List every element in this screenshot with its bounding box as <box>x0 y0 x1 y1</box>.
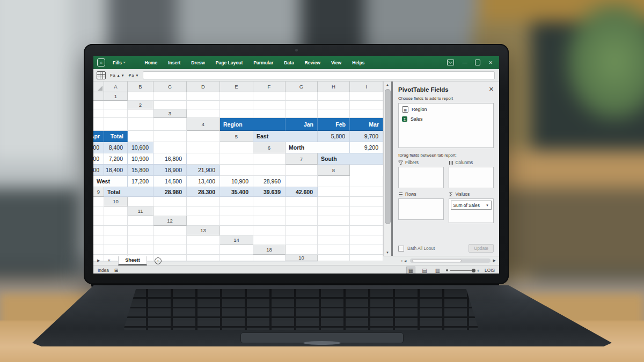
cell[interactable] <box>286 101 318 109</box>
cell[interactable] <box>187 245 220 255</box>
font-tools-icon[interactable]: Fа ▴ ▾ <box>110 73 124 78</box>
table-header-cell[interactable]: Feb <box>318 118 350 131</box>
cell[interactable] <box>153 197 187 206</box>
cell[interactable] <box>350 197 383 206</box>
cell[interactable] <box>318 206 350 216</box>
row-header-1[interactable]: 1 <box>104 92 128 101</box>
mail-icon[interactable] <box>447 60 454 65</box>
table-cell[interactable]: 13,400 <box>187 176 220 187</box>
cell[interactable] <box>253 261 286 262</box>
cell[interactable] <box>220 261 253 262</box>
defer-layout-checkbox[interactable] <box>398 246 404 252</box>
field-item-sales[interactable]: ΣSales <box>402 116 490 122</box>
cell[interactable] <box>220 101 253 109</box>
row-header-6[interactable]: 6 <box>253 142 286 153</box>
table-cell[interactable]: 9,700 <box>350 131 383 142</box>
table-cell[interactable]: 35.400 <box>220 187 253 197</box>
hscroll-left-icons[interactable]: ‹ ◄ <box>401 259 407 263</box>
cell[interactable] <box>104 226 128 235</box>
page-break-view-icon[interactable]: ▥ <box>434 267 442 274</box>
row-header-5[interactable]: 5 <box>220 131 253 142</box>
cell[interactable] <box>220 245 253 255</box>
cell[interactable] <box>220 92 253 101</box>
cell[interactable] <box>104 206 128 216</box>
ribbon-tab-view[interactable]: View <box>326 60 347 65</box>
row-header-10[interactable]: 10 <box>104 197 128 206</box>
table-cell[interactable]: 9,200 <box>350 142 383 153</box>
cell[interactable] <box>318 216 350 226</box>
sheet-tab[interactable]: Sheett <box>118 256 147 265</box>
table-cell[interactable]: Total <box>104 187 153 197</box>
cell[interactable] <box>220 226 253 235</box>
cell[interactable] <box>286 216 318 226</box>
row-header-12[interactable]: 12 <box>153 216 187 226</box>
normal-view-icon[interactable]: ▦ <box>406 267 415 274</box>
cell[interactable] <box>187 206 220 216</box>
cell[interactable] <box>187 142 220 153</box>
cell[interactable] <box>128 109 153 118</box>
column-header-F[interactable]: F <box>253 82 286 92</box>
cell[interactable] <box>318 255 350 261</box>
vertical-scrollbar[interactable]: ▲ ▼ <box>383 82 391 256</box>
cell[interactable] <box>350 206 383 216</box>
column-header-H[interactable]: H <box>318 82 350 92</box>
cell[interactable] <box>350 245 383 255</box>
table-cell[interactable]: 28.300 <box>187 187 220 197</box>
cell[interactable] <box>318 245 350 255</box>
column-header-B[interactable]: B <box>128 82 153 92</box>
cell[interactable] <box>286 261 318 262</box>
cell[interactable] <box>318 226 350 235</box>
table-cell[interactable]: 42.600 <box>286 187 318 197</box>
table-cell[interactable]: 8,400 <box>104 142 128 153</box>
cell[interactable] <box>253 109 286 118</box>
cell[interactable] <box>187 261 220 262</box>
horizontal-scroll-thumb[interactable] <box>412 259 462 262</box>
panel-close-button[interactable]: ✕ <box>489 86 494 93</box>
maximize-button[interactable] <box>475 60 480 65</box>
cell[interactable] <box>350 176 383 187</box>
table-cell[interactable]: 16,800 <box>153 153 187 165</box>
cell[interactable] <box>220 197 253 206</box>
table-header-cell[interactable]: Jan <box>286 118 318 131</box>
table-cell[interactable]: 10,600 <box>128 142 153 153</box>
ribbon-tab-page-layout[interactable]: Page Layout <box>210 60 248 65</box>
cell[interactable] <box>318 109 350 118</box>
cell[interactable] <box>153 142 187 153</box>
row-header-4[interactable]: 4 <box>187 118 220 131</box>
add-sheet-button[interactable]: + <box>155 257 162 264</box>
macro-record-icon[interactable]: ⊞ <box>114 268 119 273</box>
table-cell[interactable]: Morth <box>286 142 350 153</box>
table-cell[interactable]: South <box>318 153 383 165</box>
table-cell[interactable]: East <box>253 131 318 142</box>
table-header-cell[interactable]: Apr <box>93 131 104 142</box>
cell[interactable] <box>318 176 350 187</box>
columns-dropzone[interactable] <box>449 167 494 188</box>
table-cell[interactable]: 7,600 <box>93 142 104 153</box>
table-cell[interactable]: 10,900 <box>220 176 253 187</box>
cell[interactable] <box>220 165 253 176</box>
ribbon-tab-parmular[interactable]: Parmular <box>248 60 279 65</box>
table-cell[interactable]: 6,500 <box>93 153 104 165</box>
table-cell[interactable]: 14,500 <box>153 176 187 187</box>
cell[interactable] <box>128 118 153 131</box>
ribbon-tab-review[interactable]: Review <box>299 60 326 65</box>
cell[interactable] <box>318 187 350 197</box>
table-cell[interactable]: 10,900 <box>128 153 153 165</box>
cell[interactable] <box>318 235 350 245</box>
ribbon-tab-helps[interactable]: Helps <box>347 60 370 65</box>
cell[interactable] <box>253 165 286 176</box>
cell[interactable] <box>93 109 104 118</box>
table-cell[interactable]: 7,200 <box>104 153 128 165</box>
table-cell[interactable]: 18,900 <box>153 165 187 176</box>
cell[interactable] <box>153 226 187 235</box>
values-dropzone[interactable]: Sum of Sales ▼ <box>449 198 494 223</box>
hscroll-right-icon[interactable]: ▶ <box>493 258 496 263</box>
rows-dropzone[interactable] <box>398 198 444 220</box>
file-menu[interactable]: Fills˅ <box>113 60 126 65</box>
cell[interactable] <box>187 131 220 142</box>
cell[interactable] <box>253 216 286 226</box>
cell[interactable] <box>104 109 128 118</box>
scroll-up-icon[interactable]: ▲ <box>384 82 391 88</box>
column-header-A[interactable]: A <box>104 82 128 92</box>
cell[interactable] <box>187 153 220 165</box>
